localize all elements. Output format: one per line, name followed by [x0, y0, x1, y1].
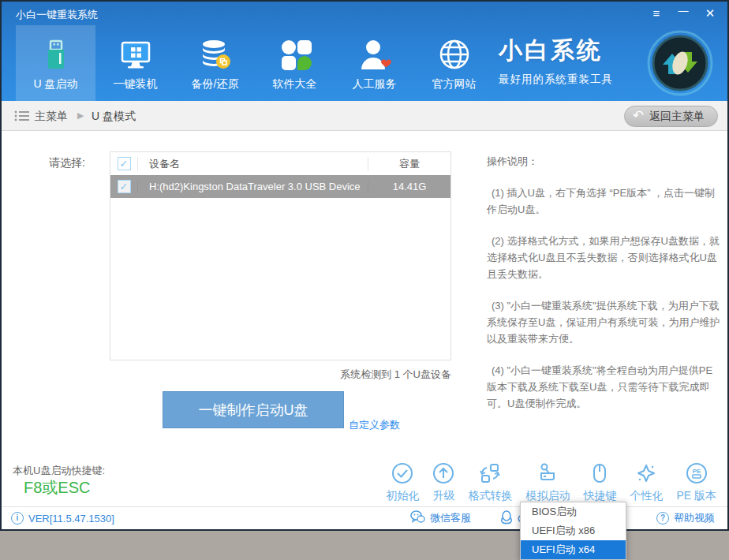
- nav-item-label: 软件大全: [273, 77, 317, 91]
- back-arrow-icon: ↶: [633, 109, 644, 122]
- menu-item-uefi-x86[interactable]: UEFI启动 x86: [521, 521, 626, 540]
- joystick-icon: [536, 461, 559, 485]
- qq-penguin-icon: [500, 510, 513, 527]
- back-to-main-menu-button[interactable]: ↶ 返回主菜单: [624, 106, 718, 127]
- nav-item-label: U 盘启动: [34, 77, 78, 91]
- tool-hotkey[interactable]: 快捷键: [583, 461, 616, 503]
- boot-mode-popup-menu: BIOS启动 UEFI启动 x86 UEFI启动 x64: [520, 502, 626, 560]
- instruction-step: (2) 选择格式化方式，如果用户想保存U盘数据，就选择格式化U盘且不丢失数据，否…: [487, 233, 720, 282]
- column-header-device: 设备名: [137, 157, 368, 171]
- monitor-icon: [118, 35, 154, 74]
- nav-item-one-key-install[interactable]: 一键装机: [95, 25, 175, 101]
- header: 小白一键重装系统 ≡ — ✕ U 盘启动: [2, 2, 727, 101]
- tool-initialize[interactable]: 初始化: [386, 461, 419, 503]
- software-grid-icon: [277, 35, 313, 74]
- tool-simulate-boot[interactable]: 模拟启动: [525, 461, 570, 503]
- usb-drive-icon: [38, 35, 74, 74]
- app-title: 小白一键重装系统: [16, 8, 98, 22]
- detect-note: 系统检测到 1 个U盘设备: [110, 368, 451, 382]
- version-info: i VER[11.5.47.1530]: [11, 507, 114, 529]
- device-name: H:(hd2)Kingston DataTraveler 3.0 USB Dev…: [137, 181, 368, 192]
- breadcrumb-bar: 主菜单 ▶ U 盘模式 ↶ 返回主菜单: [2, 101, 727, 131]
- help-video-link[interactable]: ? 帮助视频: [656, 507, 715, 529]
- instructions-panel: 操作说明： (1) 插入U盘，右下角选择 “PE版本” ，点击一键制作启动U盘。…: [487, 155, 720, 427]
- convert-icon: [479, 461, 501, 485]
- make-boot-usb-button[interactable]: 一键制作启动U盘: [163, 391, 344, 428]
- breadcrumb-root[interactable]: 主菜单: [35, 110, 68, 124]
- minimize-icon[interactable]: —: [674, 5, 693, 22]
- sparkle-star-icon: [635, 461, 657, 485]
- question-icon: ?: [656, 512, 669, 525]
- nav-item-label: 官方网站: [432, 77, 477, 91]
- instruction-step: (1) 插入U盘，右下角选择 “PE版本” ，点击一键制作启动U盘。: [487, 185, 720, 218]
- mouse-icon: [589, 461, 611, 485]
- brand-block: 小白系统 最好用的系统重装工具: [499, 35, 613, 87]
- title-bar: 小白一键重装系统 ≡ — ✕: [2, 2, 727, 25]
- svg-text:PE: PE: [692, 468, 701, 475]
- tool-upgrade[interactable]: 升级: [432, 461, 454, 503]
- version-text: VER[11.5.47.1530]: [28, 513, 114, 525]
- arrow-up-circle-icon: [432, 461, 454, 485]
- tool-pe-version[interactable]: PE PE 版本: [676, 461, 716, 503]
- info-icon: i: [11, 512, 24, 525]
- wechat-icon: [410, 510, 425, 526]
- nav-item-label: 备份/还原: [192, 77, 239, 91]
- device-capacity: 14.41G: [368, 181, 450, 192]
- column-header-capacity: 容量: [368, 157, 450, 171]
- nav-item-backup-restore[interactable]: 备份/还原: [175, 25, 255, 101]
- nav-item-support[interactable]: 人工服务: [335, 25, 414, 101]
- brand-tagline: 最好用的系统重装工具: [499, 73, 613, 87]
- menu-item-uefi-x64[interactable]: UEFI启动 x64: [521, 540, 626, 559]
- instructions-title: 操作说明：: [487, 155, 720, 169]
- check-circle-icon: [391, 461, 413, 485]
- main-nav: U 盘启动 一键装机: [16, 25, 494, 101]
- wechat-support-link[interactable]: 微信客服: [410, 507, 471, 529]
- window-controls: ≡ — ✕: [647, 5, 720, 22]
- menu-item-bios-boot[interactable]: BIOS启动: [521, 502, 626, 521]
- hotkey-label: 本机U盘启动快捷键:: [13, 464, 105, 478]
- app-window: 小白一键重装系统 ≡ — ✕ U 盘启动: [0, 0, 729, 531]
- nav-item-software[interactable]: 软件大全: [255, 25, 335, 101]
- globe-icon: [436, 35, 473, 74]
- backup-database-icon: [197, 35, 234, 74]
- table-row[interactable]: ✓ H:(hd2)Kingston DataTraveler 3.0 USB D…: [110, 175, 450, 198]
- nav-item-website[interactable]: 官方网站: [414, 25, 494, 101]
- tool-format-convert[interactable]: 格式转换: [468, 461, 512, 503]
- support-person-icon: [357, 35, 393, 74]
- custom-params-link[interactable]: 自定义参数: [349, 418, 400, 432]
- device-table: ✓ 设备名 容量 ✓ H:(hd2)Kingston DataTraveler …: [110, 151, 451, 360]
- device-checkbox[interactable]: ✓: [118, 180, 131, 193]
- breadcrumb-current: U 盘模式: [92, 110, 136, 124]
- list-icon: [14, 110, 30, 125]
- tool-personalize[interactable]: 个性化: [630, 461, 663, 503]
- nav-item-usb-boot[interactable]: U 盘启动: [16, 25, 95, 101]
- nav-item-label: 一键装机: [114, 77, 158, 91]
- breadcrumb-arrow-icon: ▶: [77, 110, 84, 121]
- instruction-step: (4) "小白一键重装系统"将全程自动为用户提供PE版本下载及系统下载至U盘，只…: [487, 362, 720, 412]
- menu-icon[interactable]: ≡: [647, 5, 666, 22]
- hotkey-value: F8或ESC: [24, 477, 90, 498]
- tools-toolbar: 初始化 升级: [386, 461, 716, 503]
- nav-item-label: 人工服务: [353, 77, 397, 91]
- close-icon[interactable]: ✕: [701, 5, 720, 22]
- select-prompt: 请选择:: [49, 156, 85, 170]
- brand-logo-icon: [647, 30, 713, 96]
- select-all-checkbox[interactable]: ✓: [118, 157, 131, 170]
- instruction-step: (3) "小白一键重装系统"提供系统下载，为用户下载系统保存至U盘，保证用户有系…: [487, 297, 720, 347]
- brand-name: 小白系统: [499, 35, 613, 67]
- table-header: ✓ 设备名 容量: [110, 152, 450, 175]
- pe-version-icon: PE: [686, 461, 708, 485]
